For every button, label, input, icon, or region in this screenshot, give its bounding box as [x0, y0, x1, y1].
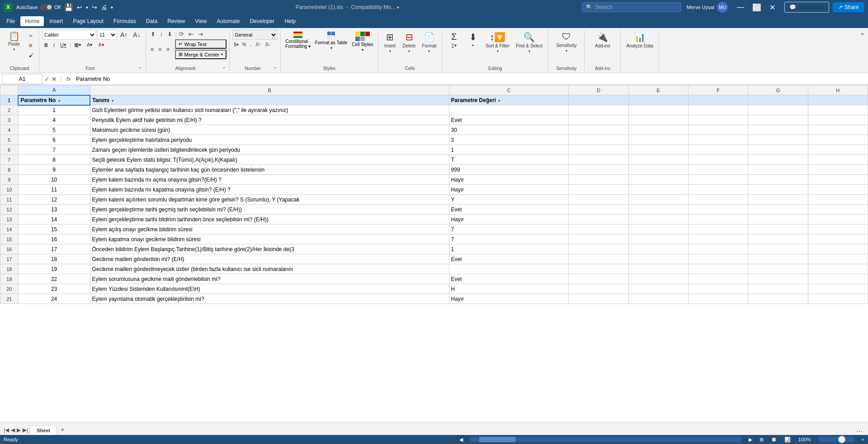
insert-dropdown[interactable]: ▾ [389, 49, 391, 53]
user-avatar[interactable]: MU [717, 2, 728, 13]
cell-d19[interactable] [569, 274, 628, 284]
align-right-button[interactable]: ≡ [165, 45, 172, 54]
menu-developer[interactable]: Developer [245, 16, 279, 26]
cell-d2[interactable] [569, 105, 628, 115]
cell-c9[interactable]: Hayır [449, 175, 569, 185]
indent-increase-button[interactable]: ⇥ [196, 30, 205, 38]
dropdown-b1[interactable]: ▾ [112, 99, 113, 103]
cell-e14[interactable] [628, 224, 688, 234]
cell-g20[interactable] [748, 284, 808, 294]
cell-h16[interactable] [808, 244, 868, 254]
cell-a19[interactable]: 22 [18, 274, 90, 284]
formula-bar-check-icon[interactable]: ✓ [44, 75, 50, 83]
col-header-d[interactable]: D [569, 85, 628, 95]
cell-b16[interactable]: Önceden bildirim Eylem Başlangıç Tarihin… [90, 244, 449, 254]
cell-g8[interactable] [748, 165, 808, 175]
cell-b15[interactable]: Eylem kapatma onayı gecikme bildirim sür… [90, 234, 449, 244]
cell-h8[interactable] [808, 165, 868, 175]
redo-icon[interactable]: ↪ [92, 4, 97, 11]
cell-c7[interactable]: T [449, 155, 569, 165]
cell-a7[interactable]: 8 [18, 155, 90, 165]
cell-c15[interactable]: 7 [449, 234, 569, 244]
row-number-2[interactable]: 2 [0, 105, 19, 115]
cell-d15[interactable] [569, 234, 628, 244]
row-number-7[interactable]: 7 [0, 155, 19, 165]
cell-g10[interactable] [748, 185, 808, 195]
cell-h12[interactable] [808, 205, 868, 215]
cell-g5[interactable] [748, 135, 808, 145]
cell-e2[interactable] [628, 105, 688, 115]
formula-bar-x-icon[interactable]: ✕ [52, 75, 57, 83]
cell-b9[interactable]: Eylem kalem bazında mı açma onayına gits… [90, 175, 449, 185]
delete-dropdown[interactable]: ▾ [408, 49, 410, 53]
cell-h10[interactable] [808, 185, 868, 195]
cell-d21[interactable] [569, 294, 628, 304]
cell-d20[interactable] [569, 284, 628, 294]
menu-view[interactable]: View [191, 16, 212, 26]
cell-b20[interactable]: Eylem Yüzdesi Sistemden KullanılsınmI(E\… [90, 284, 449, 294]
zoom-in[interactable]: + [862, 437, 864, 442]
cell-a1[interactable]: Parametre No ▾ [18, 95, 90, 105]
cell-c17[interactable]: Evet [449, 254, 569, 264]
cell-f18[interactable] [688, 264, 748, 274]
cell-b3[interactable]: Periyodik Eylem aktif hale getirilsin mi… [90, 115, 449, 125]
cell-h5[interactable] [808, 135, 868, 145]
addins-button[interactable]: 🔌 Add-ins [592, 30, 613, 50]
cell-c3[interactable]: Evet [449, 115, 569, 125]
cell-e19[interactable] [628, 274, 688, 284]
cell-g12[interactable] [748, 205, 808, 215]
font-shrink-button[interactable]: A↓ [131, 30, 142, 40]
minimize-button[interactable]: — [733, 2, 748, 13]
cell-d3[interactable] [569, 115, 628, 125]
cell-a5[interactable]: 6 [18, 135, 90, 145]
cell-c2[interactable] [449, 105, 569, 115]
corner-header[interactable] [0, 85, 19, 95]
cell-g15[interactable] [748, 234, 808, 244]
cell-f17[interactable] [688, 254, 748, 264]
cell-e6[interactable] [628, 145, 688, 155]
dropdown-c1[interactable]: ▾ [498, 99, 500, 103]
cell-e9[interactable] [628, 175, 688, 185]
cell-f7[interactable] [688, 155, 748, 165]
cell-e1[interactable] [628, 95, 688, 105]
menu-help[interactable]: Help [280, 16, 300, 26]
cell-d6[interactable] [569, 145, 628, 155]
cell-a6[interactable]: 7 [18, 145, 90, 155]
comma-button[interactable]: , [249, 41, 253, 48]
cell-b10[interactable]: Eylem kalem bazında mı kapatma onayına g… [90, 185, 449, 195]
cell-g4[interactable] [748, 125, 808, 135]
menu-page-layout[interactable]: Page Layout [68, 16, 108, 26]
cell-d4[interactable] [569, 125, 628, 135]
row-number-18[interactable]: 18 [0, 264, 19, 274]
cell-b6[interactable]: Zamanı geçen işlemlerde üstleri bilgilen… [90, 145, 449, 155]
ribbon-expand-button[interactable]: ⌃ [859, 31, 866, 41]
cell-f19[interactable] [688, 274, 748, 284]
cell-c5[interactable]: 3 [449, 135, 569, 145]
delete-button[interactable]: ⊟ Delete ▾ [400, 30, 419, 55]
cell-e20[interactable] [628, 284, 688, 294]
cell-f5[interactable] [688, 135, 748, 145]
undo-icon[interactable]: ↩ [77, 4, 82, 11]
decimal-decrease-button[interactable]: .0↓ [263, 41, 272, 48]
cell-c8[interactable]: 999 [449, 165, 569, 175]
cell-c6[interactable]: 1 [449, 145, 569, 155]
cell-e18[interactable] [628, 264, 688, 274]
cell-a14[interactable]: 15 [18, 224, 90, 234]
menu-home[interactable]: Home [20, 16, 44, 26]
cell-b5[interactable]: Eylem gerçekleştirme hatırlatma periyodu [90, 135, 449, 145]
font-color-button[interactable]: A▾ [96, 41, 106, 49]
percent-button[interactable]: % [241, 41, 248, 48]
cell-g9[interactable] [748, 175, 808, 185]
maximize-button[interactable]: ⬜ [749, 2, 765, 13]
save-icon[interactable]: 💾 [64, 3, 73, 12]
conditional-formatting-button[interactable]: ConditionalFormatting ▾ [283, 30, 312, 51]
col-header-b[interactable]: B [90, 85, 449, 95]
cell-styles-button[interactable]: Cell Styles ▾ [350, 30, 375, 54]
cell-b21[interactable]: Eylem yayınlama otomatik gerçekleştirils… [90, 294, 449, 304]
cell-e7[interactable] [628, 155, 688, 165]
scroll-right[interactable]: ▶ [749, 437, 752, 443]
print-icon[interactable]: 🖨 [101, 4, 107, 11]
cell-c11[interactable]: Y [449, 195, 569, 205]
cell-h11[interactable] [808, 195, 868, 205]
find-dropdown[interactable]: ▾ [528, 49, 530, 53]
